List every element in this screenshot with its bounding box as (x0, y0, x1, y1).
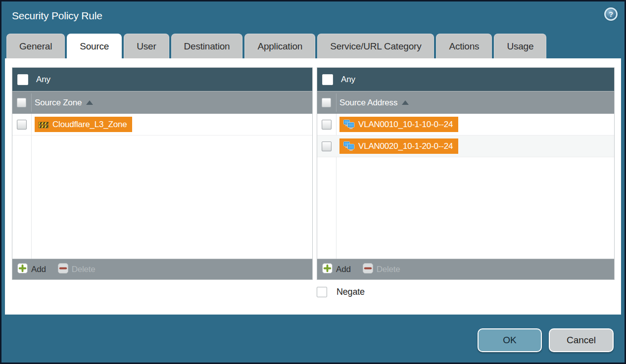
ok-button[interactable]: OK (478, 328, 542, 352)
source-address-any-header: Any (317, 68, 614, 91)
table-row: Cloudflare_L3_Zone (12, 114, 312, 136)
cancel-button[interactable]: Cancel (549, 328, 614, 352)
address-tag-label: VLAN0010_10-1-10-0--24 (358, 120, 453, 130)
delete-button-label: Delete (72, 265, 96, 274)
source-zone-column-header[interactable]: Source Zone (12, 91, 312, 114)
sort-ascending-icon (86, 100, 93, 105)
add-button[interactable]: Add (17, 263, 46, 275)
source-zone-column-label: Source Zone (35, 98, 82, 108)
sort-ascending-icon (402, 100, 409, 105)
column-separator (31, 93, 32, 112)
source-address-any-label: Any (341, 75, 355, 85)
address-tag[interactable]: VLAN0020_10-1-20-0--24 (339, 138, 458, 154)
tab-usage[interactable]: Usage (494, 34, 546, 58)
zone-tag-label: Cloudflare_L3_Zone (52, 120, 127, 130)
delete-button[interactable]: Delete (58, 263, 96, 275)
address-tag-label: VLAN0020_10-1-20-0--24 (358, 141, 453, 151)
tab-actions[interactable]: Actions (436, 34, 492, 58)
address-icon (343, 141, 355, 151)
add-icon (322, 263, 333, 275)
source-address-footer: Add Delete (317, 259, 614, 279)
zone-tag[interactable]: Cloudflare_L3_Zone (35, 117, 132, 132)
source-zone-any-header: Any (12, 68, 312, 91)
source-address-select-all-checkbox[interactable] (322, 98, 331, 107)
source-address-column-header[interactable]: Source Address (317, 91, 614, 114)
source-address-column-label: Source Address (339, 98, 397, 108)
delete-button[interactable]: Delete (363, 263, 400, 275)
source-address-list: VLAN0010_10-1-10-0--24 (317, 114, 614, 259)
delete-icon (363, 263, 373, 275)
column-separator (336, 93, 337, 112)
table-row: VLAN0020_10-1-20-0--24 (317, 136, 614, 157)
address-icon (343, 120, 355, 129)
tab-source[interactable]: Source (67, 34, 122, 58)
tab-user[interactable]: User (124, 34, 169, 58)
title-bar: Security Policy Rule ? (1, 1, 625, 32)
dialog-footer: OK Cancel (1, 315, 625, 363)
source-zone-footer: Add Delete (12, 259, 312, 279)
source-zone-select-all-checkbox[interactable] (17, 98, 26, 107)
delete-button-label: Delete (377, 265, 400, 274)
add-button[interactable]: Add (322, 263, 351, 275)
source-zone-list: Cloudflare_L3_Zone (12, 114, 312, 259)
tab-destination[interactable]: Destination (171, 34, 243, 58)
zone-icon (38, 120, 49, 129)
tab-application[interactable]: Application (244, 34, 315, 58)
add-icon (17, 263, 28, 275)
negate-row: Negate (317, 287, 365, 297)
source-address-panel: Any Source Address (317, 67, 615, 280)
negate-checkbox[interactable] (317, 287, 327, 297)
security-policy-rule-dialog: Security Policy Rule ? General Source Us… (0, 0, 626, 364)
row-checkbox[interactable] (17, 120, 27, 130)
table-row: VLAN0010_10-1-10-0--24 (317, 114, 614, 136)
help-icon[interactable]: ? (604, 7, 618, 21)
source-address-any-checkbox[interactable] (322, 74, 333, 85)
tab-bar: General Source User Destination Applicat… (6, 34, 620, 58)
row-checkbox[interactable] (322, 141, 332, 151)
delete-icon (58, 263, 68, 275)
address-tag[interactable]: VLAN0010_10-1-10-0--24 (339, 117, 458, 132)
add-button-label: Add (31, 265, 46, 274)
tab-service-url-category[interactable]: Service/URL Category (317, 34, 434, 58)
source-zone-any-checkbox[interactable] (17, 74, 28, 85)
source-zone-any-label: Any (36, 75, 50, 85)
page-title: Security Policy Rule (12, 10, 102, 22)
help-glyph: ? (609, 10, 613, 18)
source-tab-content: Any Source Zone (5, 58, 621, 315)
tab-general[interactable]: General (6, 34, 65, 58)
row-checkbox[interactable] (322, 120, 332, 130)
source-zone-panel: Any Source Zone (12, 67, 313, 280)
add-button-label: Add (336, 265, 351, 274)
negate-label: Negate (337, 287, 365, 297)
